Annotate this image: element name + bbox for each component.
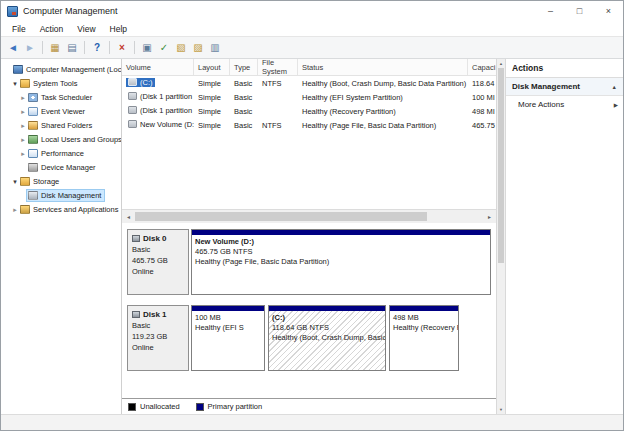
more-actions-item[interactable]: More Actions <box>506 96 623 112</box>
graphical-view: Disk 0 Basic 465.75 GB Online New Volume… <box>122 223 496 398</box>
collapse-section-icon[interactable] <box>612 82 617 91</box>
toolbar: ◄ ► ▦ ▤ ? × ▣ ✓ ▧ ▨ ▥ <box>1 37 623 59</box>
close-button[interactable]: × <box>594 1 623 21</box>
storage-icon <box>20 177 30 186</box>
capacity-cell: 465.75 <box>468 121 496 130</box>
legend-unallocated: Unallocated <box>128 402 180 411</box>
sidebar-item-shared-folders[interactable]: Shared Folders <box>1 118 121 132</box>
disk-1-row: Disk 1 Basic 119.23 GB Online 100 MB Hea… <box>127 305 491 371</box>
app-icon <box>7 6 18 17</box>
table-row[interactable]: New Volume (D:) Simple Basic NTFS Health… <box>122 118 496 132</box>
column-header-type[interactable]: Type <box>230 59 258 75</box>
scrollbar-track[interactable] <box>135 210 483 223</box>
expander-icon[interactable] <box>11 79 19 88</box>
type-cell: Basic <box>230 121 258 130</box>
volume-name: (Disk 1 partition 4) <box>140 106 194 115</box>
volume-list-header: Volume Layout Type File System Status Ca… <box>122 59 496 76</box>
partition-new-volume-d[interactable]: New Volume (D:) 465.75 GB NTFS Healthy (… <box>191 229 491 295</box>
table-row[interactable]: (Disk 1 partition 4) Simple Basic Health… <box>122 104 496 118</box>
more-actions-label: More Actions <box>518 100 564 109</box>
actions-section-disk-management[interactable]: Disk Management <box>506 78 623 96</box>
scroll-down-button[interactable] <box>497 405 505 414</box>
sidebar-item-device-manager[interactable]: Device Manager <box>1 160 121 174</box>
scrollbar-thumb[interactable] <box>135 212 427 221</box>
menu-item-action[interactable]: Action <box>33 24 71 34</box>
expander-icon[interactable] <box>19 149 27 158</box>
partition-status: Healthy (Recovery P <box>393 323 455 333</box>
disk-status: Online <box>132 266 184 277</box>
expander-icon[interactable] <box>19 93 27 102</box>
column-header-capacity[interactable]: Capaci <box>468 59 496 75</box>
forward-icon[interactable]: ► <box>22 40 38 56</box>
mark-partition-active-icon[interactable]: ✓ <box>156 40 172 56</box>
maximize-button[interactable]: □ <box>565 1 594 21</box>
view-icon[interactable]: ▥ <box>207 40 223 56</box>
scrollbar-track[interactable] <box>497 68 505 405</box>
partition-title: New Volume (D:) <box>195 237 487 247</box>
partition-efi-system[interactable]: 100 MB Healthy (EFI S <box>191 305 265 371</box>
sidebar-item-local-users-and-groups[interactable]: Local Users and Groups <box>1 132 121 146</box>
column-header-file-system[interactable]: File System <box>258 59 298 75</box>
partition-size: 465.75 GB NTFS <box>195 247 487 257</box>
expander-icon[interactable] <box>19 121 27 130</box>
volume-icon <box>128 120 137 128</box>
type-cell: Basic <box>230 107 258 116</box>
status-cell: Healthy (Recovery Partition) <box>298 107 468 116</box>
status-cell: Healthy (Page File, Basic Data Partition… <box>298 121 468 130</box>
minimize-button[interactable]: – <box>536 1 565 21</box>
disk-type: Basic <box>132 320 184 331</box>
sidebar-item-computer-management[interactable]: Computer Management (Local) <box>1 62 121 76</box>
scroll-right-button[interactable] <box>483 210 496 223</box>
help-icon[interactable]: ? <box>89 40 105 56</box>
horizontal-scrollbar[interactable] <box>122 209 496 223</box>
menu-item-file[interactable]: File <box>5 24 33 34</box>
sidebar-item-storage[interactable]: Storage <box>1 174 121 188</box>
scroll-left-button[interactable] <box>122 210 135 223</box>
table-row[interactable]: (C:) Simple Basic NTFS Healthy (Boot, Cr… <box>122 76 496 90</box>
sidebar-item-disk-management[interactable]: Disk Management <box>1 188 121 202</box>
export-list-icon[interactable]: ▤ <box>64 40 80 56</box>
partition-c-drive[interactable]: (C:) 118.64 GB NTFS Healthy (Boot, Crash… <box>268 305 386 371</box>
expander-icon[interactable] <box>11 177 19 186</box>
disk-management-icon <box>28 191 38 200</box>
menu-item-view[interactable]: View <box>70 24 102 34</box>
table-row[interactable]: (Disk 1 partition 1) Simple Basic Health… <box>122 90 496 104</box>
disk-1-info[interactable]: Disk 1 Basic 119.23 GB Online <box>127 305 189 371</box>
sidebar-item-services-and-applications[interactable]: Services and Applications <box>1 202 121 216</box>
sidebar-item-performance[interactable]: Performance <box>1 146 121 160</box>
vertical-scrollbar[interactable] <box>497 59 506 414</box>
sidebar-item-system-tools[interactable]: System Tools <box>1 76 121 90</box>
disk-icon <box>132 235 140 242</box>
performance-icon <box>28 149 38 158</box>
actions-panel: Actions Disk Management More Actions <box>506 59 623 414</box>
scrollbar-thumb[interactable] <box>498 68 504 263</box>
column-header-volume[interactable]: Volume <box>122 59 194 75</box>
expander-icon[interactable] <box>11 205 19 214</box>
partition-status: Healthy (EFI S <box>195 323 261 333</box>
volume-name: (C:) <box>140 78 153 87</box>
back-icon[interactable]: ◄ <box>5 40 21 56</box>
tree-item-label: Disk Management <box>41 191 101 200</box>
extend-volume-icon[interactable]: ▨ <box>190 40 206 56</box>
delete-volume-icon[interactable]: × <box>114 40 130 56</box>
scroll-up-button[interactable] <box>497 59 505 68</box>
disk-1-partitions: 100 MB Healthy (EFI S (C:) 118.64 GB NTF… <box>191 305 491 371</box>
column-header-status[interactable]: Status <box>298 59 468 75</box>
computer-management-window: Computer Management – □ × File Action Vi… <box>0 0 624 431</box>
properties-icon[interactable]: ▣ <box>139 40 155 56</box>
tree-item-label: Shared Folders <box>41 121 92 130</box>
event-viewer-icon <box>28 107 38 116</box>
partition-size: 100 MB <box>195 313 261 323</box>
expander-icon[interactable] <box>19 107 27 116</box>
partition-size: 118.64 GB NTFS <box>272 323 382 333</box>
expander-icon[interactable] <box>19 135 27 144</box>
sidebar-item-task-scheduler[interactable]: Task Scheduler <box>1 90 121 104</box>
menu-item-help[interactable]: Help <box>103 24 134 34</box>
disk-0-info[interactable]: Disk 0 Basic 465.75 GB Online <box>127 229 189 295</box>
sidebar-item-event-viewer[interactable]: Event Viewer <box>1 104 121 118</box>
partition-recovery[interactable]: 498 MB Healthy (Recovery P <box>389 305 459 371</box>
new-volume-icon[interactable]: ▧ <box>173 40 189 56</box>
show-hide-console-tree-icon[interactable]: ▦ <box>47 40 63 56</box>
volume-name: (Disk 1 partition 1) <box>140 92 194 101</box>
column-header-layout[interactable]: Layout <box>194 59 230 75</box>
